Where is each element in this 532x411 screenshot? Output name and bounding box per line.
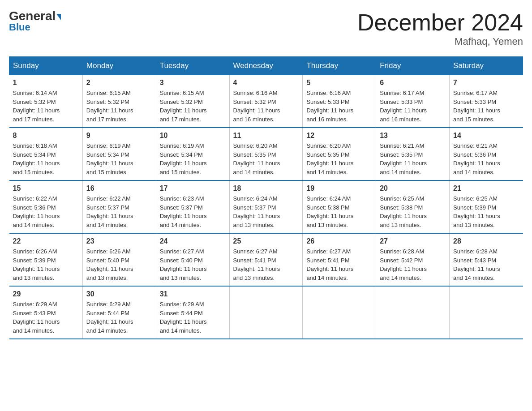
day-cell: 20Sunrise: 6:25 AM Sunset: 5:38 PM Dayli…: [376, 180, 450, 233]
day-cell: [303, 286, 376, 339]
day-number: 10: [160, 132, 226, 140]
day-number: 28: [453, 237, 519, 245]
day-number: 7: [453, 79, 519, 87]
day-number: 2: [86, 79, 152, 87]
day-info: Sunrise: 6:29 AM Sunset: 5:44 PM Dayligh…: [86, 300, 152, 335]
day-info: Sunrise: 6:15 AM Sunset: 5:32 PM Dayligh…: [160, 89, 226, 124]
day-cell: 13Sunrise: 6:21 AM Sunset: 5:35 PM Dayli…: [376, 128, 450, 180]
day-info: Sunrise: 6:24 AM Sunset: 5:38 PM Dayligh…: [306, 194, 372, 229]
day-cell: 31Sunrise: 6:29 AM Sunset: 5:44 PM Dayli…: [156, 286, 229, 339]
day-cell: 15Sunrise: 6:22 AM Sunset: 5:36 PM Dayli…: [9, 180, 83, 233]
week-row-1: 1Sunrise: 6:14 AM Sunset: 5:32 PM Daylig…: [9, 75, 523, 128]
calendar-table: SundayMondayTuesdayWednesdayThursdayFrid…: [9, 56, 523, 339]
day-cell: [450, 286, 523, 339]
day-number: 24: [160, 237, 226, 245]
day-cell: 10Sunrise: 6:19 AM Sunset: 5:34 PM Dayli…: [156, 128, 229, 180]
week-row-2: 8Sunrise: 6:18 AM Sunset: 5:34 PM Daylig…: [9, 128, 523, 180]
day-info: Sunrise: 6:15 AM Sunset: 5:32 PM Dayligh…: [86, 89, 152, 124]
day-cell: 18Sunrise: 6:24 AM Sunset: 5:37 PM Dayli…: [229, 180, 303, 233]
day-info: Sunrise: 6:22 AM Sunset: 5:37 PM Dayligh…: [86, 194, 152, 229]
day-info: Sunrise: 6:21 AM Sunset: 5:36 PM Dayligh…: [453, 141, 519, 176]
day-number: 20: [380, 184, 446, 193]
day-cell: 25Sunrise: 6:27 AM Sunset: 5:41 PM Dayli…: [229, 233, 303, 286]
day-info: Sunrise: 6:29 AM Sunset: 5:43 PM Dayligh…: [13, 300, 79, 335]
day-info: Sunrise: 6:20 AM Sunset: 5:35 PM Dayligh…: [233, 141, 299, 176]
day-cell: 2Sunrise: 6:15 AM Sunset: 5:32 PM Daylig…: [82, 75, 156, 128]
day-info: Sunrise: 6:25 AM Sunset: 5:38 PM Dayligh…: [380, 194, 446, 229]
day-number: 17: [160, 184, 226, 193]
day-info: Sunrise: 6:28 AM Sunset: 5:43 PM Dayligh…: [453, 247, 519, 282]
day-number: 25: [233, 237, 299, 245]
day-cell: 6Sunrise: 6:17 AM Sunset: 5:33 PM Daylig…: [376, 75, 450, 128]
week-row-4: 22Sunrise: 6:26 AM Sunset: 5:39 PM Dayli…: [9, 233, 523, 286]
day-number: 21: [453, 184, 519, 193]
day-number: 3: [160, 79, 226, 87]
day-number: 30: [86, 290, 152, 298]
logo-blue: Blue: [9, 21, 30, 33]
day-cell: [376, 286, 450, 339]
day-number: 14: [453, 132, 519, 140]
logo: General Blue: [9, 9, 61, 33]
day-info: Sunrise: 6:16 AM Sunset: 5:32 PM Dayligh…: [233, 89, 299, 124]
day-info: Sunrise: 6:24 AM Sunset: 5:37 PM Dayligh…: [233, 194, 299, 229]
title-area: December 2024 Mafhaq, Yemen: [357, 9, 523, 47]
day-cell: 9Sunrise: 6:19 AM Sunset: 5:34 PM Daylig…: [82, 128, 156, 180]
day-info: Sunrise: 6:28 AM Sunset: 5:42 PM Dayligh…: [380, 247, 446, 282]
day-number: 11: [233, 132, 299, 140]
header-sunday: Sunday: [9, 57, 83, 75]
day-cell: 4Sunrise: 6:16 AM Sunset: 5:32 PM Daylig…: [229, 75, 303, 128]
header-wednesday: Wednesday: [229, 57, 303, 75]
day-number: 19: [306, 184, 372, 193]
day-info: Sunrise: 6:20 AM Sunset: 5:35 PM Dayligh…: [306, 141, 372, 176]
header-monday: Monday: [82, 57, 156, 75]
day-cell: 23Sunrise: 6:26 AM Sunset: 5:40 PM Dayli…: [82, 233, 156, 286]
day-number: 9: [86, 132, 152, 140]
day-cell: 12Sunrise: 6:20 AM Sunset: 5:35 PM Dayli…: [303, 128, 376, 180]
month-title: December 2024: [357, 9, 523, 36]
day-info: Sunrise: 6:27 AM Sunset: 5:41 PM Dayligh…: [306, 247, 372, 282]
day-number: 26: [306, 237, 372, 245]
day-cell: 27Sunrise: 6:28 AM Sunset: 5:42 PM Dayli…: [376, 233, 450, 286]
day-cell: 11Sunrise: 6:20 AM Sunset: 5:35 PM Dayli…: [229, 128, 303, 180]
day-cell: 17Sunrise: 6:23 AM Sunset: 5:37 PM Dayli…: [156, 180, 229, 233]
day-number: 15: [13, 184, 79, 193]
day-info: Sunrise: 6:23 AM Sunset: 5:37 PM Dayligh…: [160, 194, 226, 229]
week-row-3: 15Sunrise: 6:22 AM Sunset: 5:36 PM Dayli…: [9, 180, 523, 233]
day-info: Sunrise: 6:25 AM Sunset: 5:39 PM Dayligh…: [453, 194, 519, 229]
day-number: 1: [13, 79, 79, 87]
day-cell: 19Sunrise: 6:24 AM Sunset: 5:38 PM Dayli…: [303, 180, 376, 233]
day-info: Sunrise: 6:26 AM Sunset: 5:39 PM Dayligh…: [13, 247, 79, 282]
logo-general: General: [9, 9, 56, 23]
day-info: Sunrise: 6:26 AM Sunset: 5:40 PM Dayligh…: [86, 247, 152, 282]
day-cell: [229, 286, 303, 339]
day-info: Sunrise: 6:16 AM Sunset: 5:33 PM Dayligh…: [306, 89, 372, 124]
day-cell: 5Sunrise: 6:16 AM Sunset: 5:33 PM Daylig…: [303, 75, 376, 128]
page-header: General Blue December 2024 Mafhaq, Yemen: [9, 9, 523, 47]
day-info: Sunrise: 6:22 AM Sunset: 5:36 PM Dayligh…: [13, 194, 79, 229]
day-number: 18: [233, 184, 299, 193]
day-info: Sunrise: 6:19 AM Sunset: 5:34 PM Dayligh…: [86, 141, 152, 176]
day-cell: 28Sunrise: 6:28 AM Sunset: 5:43 PM Dayli…: [450, 233, 523, 286]
day-cell: 16Sunrise: 6:22 AM Sunset: 5:37 PM Dayli…: [82, 180, 156, 233]
day-info: Sunrise: 6:18 AM Sunset: 5:34 PM Dayligh…: [13, 141, 79, 176]
day-number: 13: [380, 132, 446, 140]
day-number: 4: [233, 79, 299, 87]
day-cell: 7Sunrise: 6:17 AM Sunset: 5:33 PM Daylig…: [450, 75, 523, 128]
day-cell: 14Sunrise: 6:21 AM Sunset: 5:36 PM Dayli…: [450, 128, 523, 180]
day-info: Sunrise: 6:19 AM Sunset: 5:34 PM Dayligh…: [160, 141, 226, 176]
day-info: Sunrise: 6:17 AM Sunset: 5:33 PM Dayligh…: [380, 89, 446, 124]
day-cell: 24Sunrise: 6:27 AM Sunset: 5:40 PM Dayli…: [156, 233, 229, 286]
calendar-header-row: SundayMondayTuesdayWednesdayThursdayFrid…: [9, 57, 523, 75]
header-thursday: Thursday: [303, 57, 376, 75]
day-cell: 22Sunrise: 6:26 AM Sunset: 5:39 PM Dayli…: [9, 233, 83, 286]
header-friday: Friday: [376, 57, 450, 75]
day-cell: 26Sunrise: 6:27 AM Sunset: 5:41 PM Dayli…: [303, 233, 376, 286]
day-number: 12: [306, 132, 372, 140]
header-tuesday: Tuesday: [156, 57, 229, 75]
location-title: Mafhaq, Yemen: [357, 36, 523, 47]
week-row-5: 29Sunrise: 6:29 AM Sunset: 5:43 PM Dayli…: [9, 286, 523, 339]
day-info: Sunrise: 6:29 AM Sunset: 5:44 PM Dayligh…: [160, 300, 226, 335]
day-number: 6: [380, 79, 446, 87]
day-cell: 8Sunrise: 6:18 AM Sunset: 5:34 PM Daylig…: [9, 128, 83, 180]
day-cell: 21Sunrise: 6:25 AM Sunset: 5:39 PM Dayli…: [450, 180, 523, 233]
